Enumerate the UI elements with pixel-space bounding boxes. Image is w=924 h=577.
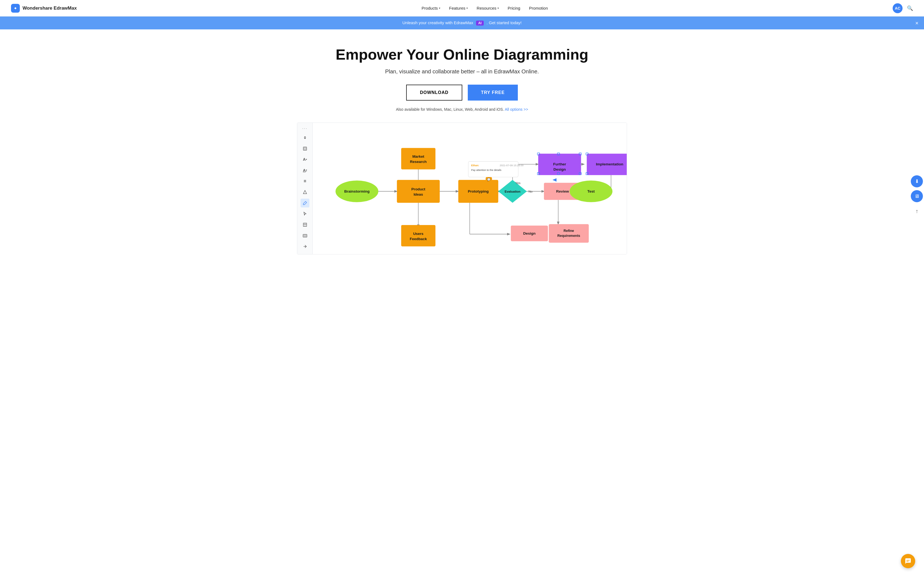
chevron-down-icon: ▾ bbox=[498, 6, 499, 10]
toolbar-list-btn[interactable] bbox=[300, 177, 309, 186]
market-research-label: Market bbox=[412, 155, 424, 158]
toolbar-textcolor-btn[interactable]: A▾ bbox=[300, 166, 309, 175]
toolbar-fill-btn[interactable] bbox=[300, 188, 309, 197]
svg-text:Design: Design bbox=[554, 167, 566, 171]
nav-promotion[interactable]: Promotion bbox=[529, 6, 548, 10]
toolbar-cursor-btn[interactable] bbox=[300, 210, 309, 218]
float-buttons: ⬇ 🖥 ↑ bbox=[911, 175, 923, 217]
svg-rect-28 bbox=[401, 148, 436, 169]
svg-text:Ethan:: Ethan: bbox=[471, 164, 479, 167]
svg-text:Refine: Refine bbox=[564, 229, 574, 233]
all-options-link[interactable]: All options >> bbox=[505, 107, 528, 111]
toolbar-export-btn[interactable] bbox=[300, 242, 309, 251]
svg-text:2021-07-09 15:28:00: 2021-07-09 15:28:00 bbox=[500, 164, 523, 167]
scroll-up-button[interactable]: ↑ bbox=[911, 205, 923, 217]
svg-rect-70 bbox=[549, 224, 589, 243]
left-toolbar: ··· A▾ A▾ bbox=[297, 123, 313, 254]
svg-text:Ideas: Ideas bbox=[414, 192, 423, 197]
hero-title: Empower Your Online Diagramming bbox=[5, 46, 919, 63]
toolbar-dots: ··· bbox=[302, 126, 307, 131]
svg-text:Product: Product bbox=[411, 187, 425, 191]
svg-text:Pay attention to the details: Pay attention to the details bbox=[471, 169, 501, 171]
svg-text:Yes: Yes bbox=[515, 182, 520, 185]
brand-name: Wondershare EdrawMax bbox=[23, 5, 77, 11]
svg-text:Users: Users bbox=[413, 232, 423, 236]
hero-buttons: DOWNLOAD TRY FREE bbox=[5, 85, 919, 101]
promo-banner: Unleash your creativity with EdrawMax AI… bbox=[0, 16, 924, 29]
banner-text: Unleash your creativity with EdrawMax AI… bbox=[402, 20, 522, 26]
toolbar-pen-btn[interactable] bbox=[300, 199, 309, 208]
svg-text:Prototyping: Prototyping bbox=[468, 189, 489, 193]
nav-products[interactable]: Products ▾ bbox=[422, 6, 440, 10]
nav-resources[interactable]: Resources ▾ bbox=[477, 6, 499, 10]
tryfree-button[interactable]: TRY FREE bbox=[468, 85, 518, 101]
svg-text:Research: Research bbox=[410, 160, 427, 164]
svg-text:Evaluation: Evaluation bbox=[505, 190, 520, 193]
download-button[interactable]: DOWNLOAD bbox=[406, 85, 462, 101]
svg-text:Design: Design bbox=[523, 231, 535, 235]
svg-text:Requirements: Requirements bbox=[557, 234, 580, 238]
logo-icon bbox=[11, 4, 20, 13]
svg-rect-30 bbox=[397, 180, 440, 203]
svg-text:Further: Further bbox=[553, 162, 566, 166]
svg-text:Review: Review bbox=[556, 189, 569, 193]
nav-features[interactable]: Features ▾ bbox=[449, 6, 468, 10]
toolbar-text-btn[interactable]: A▾ bbox=[300, 155, 309, 164]
hero-availability: Also available for Windows, Mac, Linux, … bbox=[5, 107, 919, 111]
toolbar-frame-btn[interactable] bbox=[300, 144, 309, 153]
svg-text:💬: 💬 bbox=[487, 178, 491, 181]
hero-subtitle: Plan, visualize and collaborate better –… bbox=[5, 68, 919, 75]
diagram-section: ⬇ 🖥 ↑ ··· A▾ A▾ bbox=[16, 122, 908, 255]
nav-links: Products ▾ Features ▾ Resources ▾ Pricin… bbox=[422, 6, 548, 10]
toolbar-table-btn[interactable] bbox=[300, 220, 309, 229]
diagram-container: ··· A▾ A▾ bbox=[297, 122, 627, 255]
svg-rect-1 bbox=[303, 147, 307, 150]
toolbar-collapse-btn[interactable] bbox=[300, 133, 309, 142]
brand-logo[interactable]: Wondershare EdrawMax bbox=[11, 4, 77, 13]
svg-marker-6 bbox=[303, 190, 307, 194]
ai-badge: AI bbox=[476, 21, 484, 26]
chevron-down-icon: ▾ bbox=[439, 6, 440, 10]
svg-rect-10 bbox=[303, 234, 307, 237]
svg-rect-2 bbox=[304, 148, 306, 150]
monitor-float-button[interactable]: 🖥 bbox=[911, 190, 923, 202]
banner-close-button[interactable]: × bbox=[915, 20, 919, 26]
download-float-button[interactable]: ⬇ bbox=[911, 175, 923, 187]
navbar: Wondershare EdrawMax Products ▾ Features… bbox=[0, 0, 924, 16]
nav-pricing[interactable]: Pricing bbox=[508, 6, 520, 10]
svg-text:Implementation: Implementation bbox=[596, 162, 624, 166]
navbar-right: AC 🔍 bbox=[893, 3, 913, 13]
svg-text:Test: Test bbox=[587, 189, 595, 193]
svg-marker-57 bbox=[552, 178, 557, 182]
hero-section: Empower Your Online Diagramming Plan, vi… bbox=[0, 29, 924, 122]
diagram-svg: Brainstorming Market Research Product Id… bbox=[313, 123, 627, 254]
brainstorming-label: Brainstorming bbox=[344, 189, 370, 193]
chevron-down-icon: ▾ bbox=[467, 6, 468, 10]
svg-rect-11 bbox=[304, 235, 306, 236]
svg-text:Feedback: Feedback bbox=[410, 237, 427, 241]
diagram-canvas: Brainstorming Market Research Product Id… bbox=[313, 123, 627, 254]
svg-text:No: No bbox=[528, 190, 533, 193]
user-avatar-button[interactable]: AC bbox=[893, 3, 903, 13]
search-button[interactable]: 🔍 bbox=[907, 5, 913, 11]
toolbar-container-btn[interactable] bbox=[300, 231, 309, 240]
